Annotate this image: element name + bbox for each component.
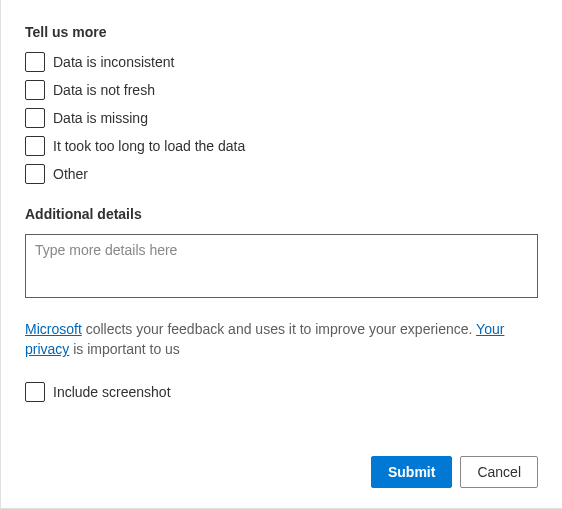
- checkbox-label-other: Other: [53, 166, 88, 182]
- additional-details-heading: Additional details: [25, 206, 538, 222]
- checkbox-label-inconsistent: Data is inconsistent: [53, 54, 174, 70]
- checkbox-other[interactable]: [25, 164, 45, 184]
- checkbox-row-inconsistent[interactable]: Data is inconsistent: [25, 52, 538, 72]
- checkbox-include-screenshot[interactable]: [25, 382, 45, 402]
- checkbox-inconsistent[interactable]: [25, 52, 45, 72]
- checkbox-row-missing[interactable]: Data is missing: [25, 108, 538, 128]
- checkbox-missing[interactable]: [25, 108, 45, 128]
- checkbox-label-not-fresh: Data is not fresh: [53, 82, 155, 98]
- checkbox-too-long[interactable]: [25, 136, 45, 156]
- disclaimer-text: Microsoft collects your feedback and use…: [25, 319, 538, 360]
- cancel-button[interactable]: Cancel: [460, 456, 538, 488]
- checkbox-label-too-long: It took too long to load the data: [53, 138, 245, 154]
- microsoft-link[interactable]: Microsoft: [25, 321, 82, 337]
- checkbox-label-missing: Data is missing: [53, 110, 148, 126]
- submit-button[interactable]: Submit: [371, 456, 452, 488]
- feedback-panel: Tell us more Data is inconsistent Data i…: [1, 0, 562, 422]
- checkbox-row-not-fresh[interactable]: Data is not fresh: [25, 80, 538, 100]
- disclaimer-part2: is important to us: [69, 341, 180, 357]
- issue-checkbox-group: Data is inconsistent Data is not fresh D…: [25, 52, 538, 184]
- checkbox-row-too-long[interactable]: It took too long to load the data: [25, 136, 538, 156]
- tell-us-more-heading: Tell us more: [25, 24, 538, 40]
- footer-buttons: Submit Cancel: [371, 456, 538, 488]
- include-screenshot-label: Include screenshot: [53, 384, 171, 400]
- include-screenshot-row[interactable]: Include screenshot: [25, 382, 538, 402]
- disclaimer-part1: collects your feedback and uses it to im…: [82, 321, 476, 337]
- checkbox-not-fresh[interactable]: [25, 80, 45, 100]
- additional-details-textarea[interactable]: [25, 234, 538, 298]
- checkbox-row-other[interactable]: Other: [25, 164, 538, 184]
